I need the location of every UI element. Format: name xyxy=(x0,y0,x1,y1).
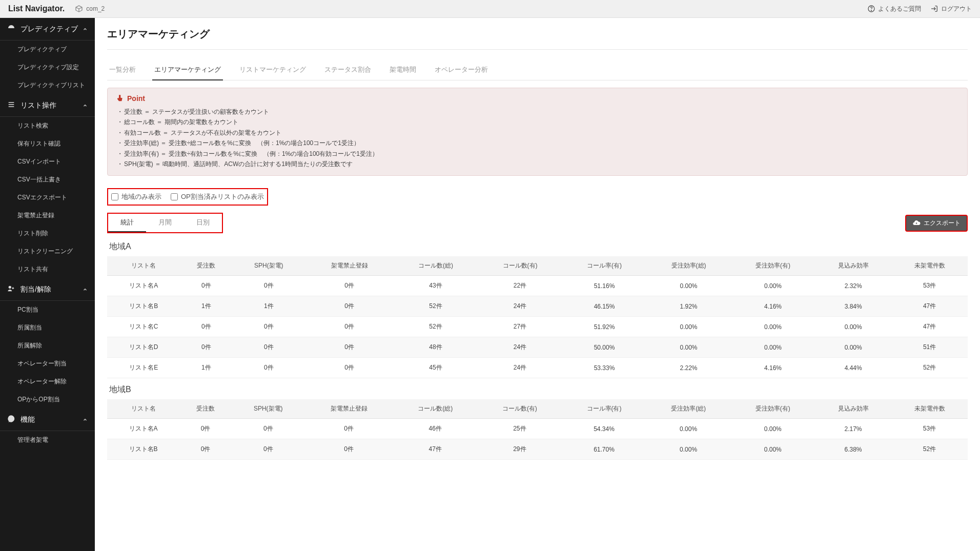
point-item-1: 総コール数 ＝ 期間内の架電数をカウント xyxy=(116,117,959,127)
sidebar-item-1-7[interactable]: リストクリーニング xyxy=(0,242,95,260)
table-row[interactable]: リスト名A0件0件0件43件22件51.16%0.00%0.00%2.32%53… xyxy=(107,276,968,296)
sidebar-item-1-4[interactable]: CSVエクスポート xyxy=(0,189,95,207)
point-list: 受注数 ＝ ステータスが受注扱いの顧客数をカウント総コール数 ＝ 期間内の架電数… xyxy=(116,107,959,169)
sidebar-item-2-1[interactable]: 所属割当 xyxy=(0,319,95,337)
col-header: 見込み効率 xyxy=(815,256,891,276)
sidebar-section-title: プレディクティブ xyxy=(21,25,78,34)
col-header: コール数(有) xyxy=(478,399,562,419)
chevron-up-icon xyxy=(83,417,88,422)
main-tab-3[interactable]: ステータス割合 xyxy=(322,62,373,80)
point-item-3: 受注効率(総) ＝ 受注数÷総コール数を%に変換 （例：1%の場合100コールで… xyxy=(116,138,959,148)
table-cell: 0.00% xyxy=(731,337,815,358)
table-cell: 53件 xyxy=(891,419,968,439)
table-cell: リスト名D xyxy=(107,337,180,358)
table-cell: 50.00% xyxy=(562,337,647,358)
sidebar-section-title: 機能 xyxy=(21,415,35,424)
filters-row: 地域のみ表示 OP割当済みリストのみ表示 xyxy=(107,188,268,206)
table-cell: 0件 xyxy=(232,317,305,337)
subtab-2[interactable]: 日別 xyxy=(184,214,222,232)
table-cell: 0.00% xyxy=(815,337,891,358)
sidebar-item-2-2[interactable]: 所属解除 xyxy=(0,337,95,355)
table-cell: 0件 xyxy=(232,358,305,378)
table-cell: 22件 xyxy=(478,276,562,296)
sidebar: プレディクティブプレディクティブプレディクティブ設定プレディクティブリストリスト… xyxy=(0,18,95,551)
main-tab-1[interactable]: エリアマーケティング xyxy=(152,62,223,80)
table-cell: 4.16% xyxy=(731,358,815,378)
table-cell: 0件 xyxy=(180,337,232,358)
main-tab-2[interactable]: リストマーケティング xyxy=(237,62,308,80)
svg-point-2 xyxy=(9,286,11,289)
table-cell: 2.32% xyxy=(815,276,891,296)
sidebar-item-1-2[interactable]: CSVインポート xyxy=(0,153,95,171)
table-cell: 0.00% xyxy=(646,317,731,337)
sidebar-section-0[interactable]: プレディクティブ xyxy=(0,18,95,40)
table-cell: 25件 xyxy=(478,419,562,439)
table-cell: 3.84% xyxy=(815,296,891,317)
sidebar-item-1-8[interactable]: リスト共有 xyxy=(0,260,95,278)
sidebar-item-1-3[interactable]: CSV一括上書き xyxy=(0,171,95,189)
col-header: 架電禁止登録 xyxy=(305,256,393,276)
sidebar-item-1-5[interactable]: 架電禁止登録 xyxy=(0,207,95,225)
sidebar-item-0-0[interactable]: プレディクティブ xyxy=(0,40,95,58)
table-cell: 0件 xyxy=(304,439,393,460)
topbar-right: よくあるご質問 ログアウト xyxy=(867,5,972,13)
sidebar-section-3[interactable]: 機能 xyxy=(0,409,95,431)
table-cell: 1.92% xyxy=(646,296,731,317)
checkbox-op-assigned-only[interactable]: OP割当済みリストのみ表示 xyxy=(171,192,264,201)
point-item-0: 受注数 ＝ ステータスが受注扱いの顧客数をカウント xyxy=(116,107,959,117)
faq-label: よくあるご質問 xyxy=(878,5,921,13)
main-tabs: 一覧分析エリアマーケティングリストマーケティングステータス割合架電時間オペレータ… xyxy=(107,62,968,80)
table-cell: 0件 xyxy=(179,419,232,439)
sidebar-item-1-6[interactable]: リスト削除 xyxy=(0,225,95,242)
sidebar-section-icon xyxy=(7,415,15,424)
table-cell: 0.00% xyxy=(815,317,891,337)
checkbox-region-only-input[interactable] xyxy=(111,193,118,200)
main-tab-5[interactable]: オペレーター分析 xyxy=(433,62,490,80)
table-cell: リスト名C xyxy=(107,317,180,337)
table-cell: 46件 xyxy=(393,419,478,439)
logout-link[interactable]: ログアウト xyxy=(930,5,972,13)
sidebar-item-0-1[interactable]: プレディクティブ設定 xyxy=(0,58,95,76)
sidebar-item-1-1[interactable]: 保有リスト確認 xyxy=(0,135,95,153)
sidebar-item-2-5[interactable]: OPからOP割当 xyxy=(0,391,95,409)
table-cell: 0.00% xyxy=(646,276,731,296)
export-button[interactable]: エクスポート xyxy=(905,215,968,232)
table-cell: 0.00% xyxy=(646,337,731,358)
table-cell: 45件 xyxy=(394,358,478,378)
sidebar-item-2-0[interactable]: PC割当 xyxy=(0,301,95,319)
sidebar-section-2[interactable]: 割当/解除 xyxy=(0,278,95,301)
sidebar-item-1-0[interactable]: リスト検索 xyxy=(0,117,95,135)
table-row[interactable]: リスト名B1件1件0件52件24件46.15%1.92%4.16%3.84%47… xyxy=(107,296,968,317)
table-row[interactable]: リスト名C0件0件0件52件27件51.92%0.00%0.00%0.00%47… xyxy=(107,317,968,337)
sidebar-item-2-4[interactable]: オペレーター解除 xyxy=(0,373,95,391)
table-cell: 1件 xyxy=(232,296,305,317)
cube-icon xyxy=(75,5,83,13)
region-title-1: 地域B xyxy=(109,384,968,395)
checkbox-region-only-label: 地域のみ表示 xyxy=(121,192,161,201)
table-cell: 0件 xyxy=(232,276,305,296)
cloud-download-icon xyxy=(912,219,921,227)
page-title: エリアマーケティング xyxy=(107,27,968,50)
main-tab-0[interactable]: 一覧分析 xyxy=(107,62,138,80)
sidebar-item-0-2[interactable]: プレディクティブリスト xyxy=(0,76,95,94)
table-row[interactable]: リスト名B0件0件0件47件29件61.70%0.00%0.00%6.38%52… xyxy=(107,439,968,460)
chevron-up-icon xyxy=(83,27,88,32)
main-tab-4[interactable]: 架電時間 xyxy=(387,62,418,80)
subtab-0[interactable]: 統計 xyxy=(108,214,146,232)
faq-link[interactable]: よくあるご質問 xyxy=(867,5,921,13)
table-cell: 0.00% xyxy=(646,419,731,439)
subtab-1[interactable]: 月間 xyxy=(146,214,184,232)
table-row[interactable]: リスト名D0件0件0件48件24件50.00%0.00%0.00%0.00%51… xyxy=(107,337,968,358)
sidebar-item-2-3[interactable]: オペレーター割当 xyxy=(0,355,95,373)
table-cell: 1件 xyxy=(180,296,232,317)
company-indicator[interactable]: com_2 xyxy=(75,5,105,13)
checkbox-region-only[interactable]: 地域のみ表示 xyxy=(111,192,161,201)
sidebar-item-3-0[interactable]: 管理者架電 xyxy=(0,431,95,449)
table-cell: 2.17% xyxy=(815,419,891,439)
table-cell: 4.16% xyxy=(731,296,815,317)
table-row[interactable]: リスト名E1件0件0件45件24件53.33%2.22%4.16%4.44%52… xyxy=(107,358,968,378)
table-row[interactable]: リスト名A0件0件0件46件25件54.34%0.00%0.00%2.17%53… xyxy=(107,419,968,439)
sidebar-section-1[interactable]: リスト操作 xyxy=(0,94,95,117)
table-cell: 0件 xyxy=(180,276,232,296)
checkbox-op-assigned-only-input[interactable] xyxy=(171,193,178,200)
